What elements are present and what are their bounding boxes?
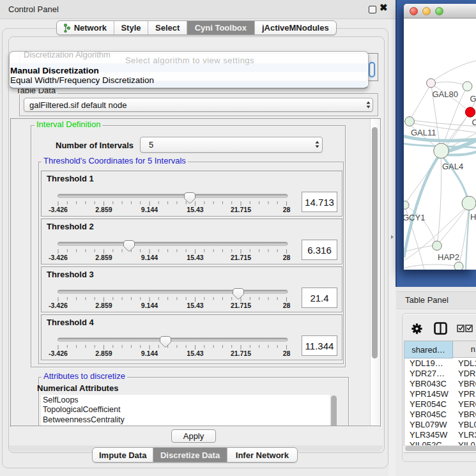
svg-text:GCY1: GCY1 <box>404 213 425 222</box>
svg-text:GAL4: GAL4 <box>442 162 463 171</box>
svg-text:C: C <box>472 118 476 127</box>
svg-text:GAL80: GAL80 <box>433 89 458 99</box>
svg-text:GA: GA <box>470 94 476 104</box>
svg-text:GAL11: GAL11 <box>411 128 436 137</box>
svg-text:H: H <box>470 212 476 222</box>
svg-text:HAP2: HAP2 <box>438 252 459 262</box>
